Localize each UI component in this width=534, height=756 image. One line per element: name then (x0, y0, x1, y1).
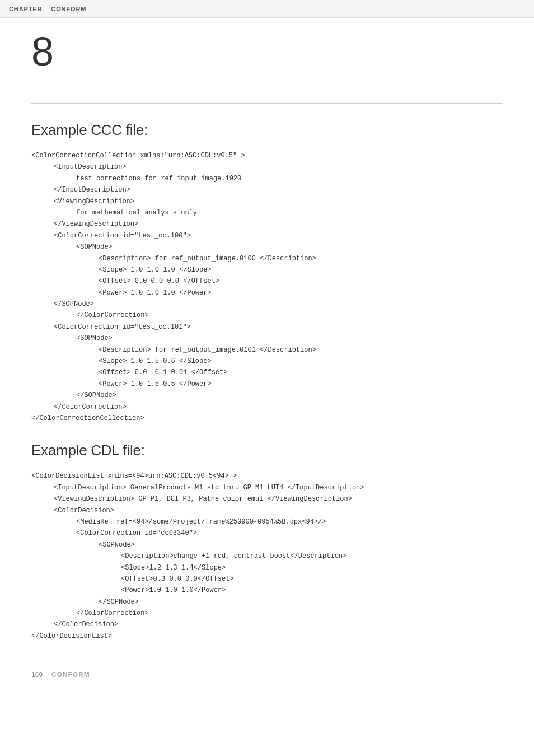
ccc-code-block: <ColorCorrectionCollection xmlns:"urn:AS… (31, 150, 503, 424)
code-line: <Power>1.0 1.0 1.0</Power> (31, 585, 503, 596)
code-line: <ColorDecision> (31, 505, 503, 516)
code-line: <Power> 1.0 1.5 0.5 </Power> (31, 379, 503, 390)
footer-page-number: 169 (31, 671, 43, 679)
code-line: <Slope> 1.0 1.5 0.6 </Slope> (31, 356, 503, 367)
code-line: </SOPNode> (31, 390, 503, 401)
cdl-section: Example CDL file: <ColorDecisionList xml… (31, 442, 503, 642)
cdl-code-block: <ColorDecisionList xmlns=<94>urn:ASC:CDL… (31, 470, 503, 642)
code-line: </ColorCorrection> (31, 310, 503, 321)
code-line: <ViewingDescription> (31, 196, 503, 207)
code-line: </ColorDecision> (31, 619, 503, 630)
code-line: <ColorCorrection id="test_cc.100"> (31, 230, 503, 241)
code-line: <Offset> 0.0 -0.1 0.01 </Offset> (31, 367, 503, 378)
code-line: <SOPNode> (31, 333, 503, 344)
code-line: for mathematical analysis only (31, 207, 503, 218)
code-line: <Description> for ref_output_image.0100 … (31, 253, 503, 264)
code-line: </ColorCorrection> (31, 608, 503, 619)
code-line: </ColorCorrectionCollection> (31, 413, 503, 424)
code-line: <ViewingDescription> GP P1, DCI P3, Path… (31, 493, 503, 505)
code-line: <ColorCorrectionCollection xmlns:"urn:AS… (31, 150, 503, 161)
code-line: </SOPNode> (31, 596, 503, 608)
header-bar: CHAPTER CONFORM (0, 0, 534, 18)
code-line: <ColorCorrection id="test_cc.101"> (31, 321, 503, 333)
code-line: <MediaRef ref=<94>/some/Project/frame%25… (31, 516, 503, 528)
main-content: Example CCC file: <ColorCorrectionCollec… (0, 122, 534, 642)
header-conform-label: CONFORM (51, 6, 86, 12)
code-line: <ColorCorrection id="cc03340"> (31, 528, 503, 539)
code-line: <InputDescription> (31, 161, 503, 172)
code-line: </ColorCorrection> (31, 402, 503, 413)
code-line: <SOPNode> (31, 241, 503, 253)
code-line: <SOPNode> (31, 539, 503, 550)
code-line: <InputDescription> GeneralProducts M1 st… (31, 482, 503, 493)
cdl-title: Example CDL file: (31, 442, 503, 459)
code-line: <Power> 1.0 1.0 1.0 </Power> (31, 287, 503, 298)
code-line: <Slope>1.2 1.3 1.4</Slope> (31, 562, 503, 573)
code-line: <Description>change +1 red, contrast boo… (31, 550, 503, 562)
header-chapter-label: CHAPTER (9, 6, 42, 12)
ccc-title: Example CCC file: (31, 122, 503, 139)
footer-conform-label: CONFORM (51, 671, 90, 679)
code-line: </InputDescription> (31, 184, 503, 195)
code-line: <Description> for ref_output_image.0101 … (31, 344, 503, 356)
code-line: </ColorDecisionList> (31, 631, 503, 642)
code-line: <Slope> 1.0 1.0 1.0 </Slope> (31, 264, 503, 276)
code-line: test corrections for ref_input_image.192… (31, 173, 503, 184)
code-line: <Offset> 0.0 0.0 0.0 </Offset> (31, 276, 503, 287)
code-line: <ColorDecisionList xmlns=<94>urn:ASC:CDL… (31, 470, 503, 482)
section-divider (31, 103, 503, 104)
chapter-number: 8 (0, 18, 534, 81)
code-line: </ViewingDescription> (31, 218, 503, 230)
footer: 169 CONFORM (0, 664, 534, 685)
code-line: </SOPNode> (31, 298, 503, 310)
ccc-section: Example CCC file: <ColorCorrectionCollec… (31, 122, 503, 424)
code-line: <Offset>0.3 0.0 0.0</Offset> (31, 573, 503, 585)
